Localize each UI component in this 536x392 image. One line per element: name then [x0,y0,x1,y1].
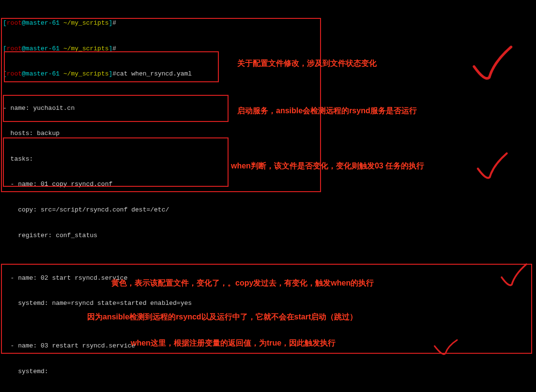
yaml-line: - name: 02 start rsyncd.service [3,274,533,283]
prompt-line: [root@master-61 ~/my_scripts]# [3,19,533,28]
yaml-line: tasks: [3,155,533,164]
yaml-line: - name: yuchaoit.cn [3,104,533,113]
prompt-line: [root@master-61 ~/my_scripts]#cat when_r… [3,70,533,78]
terminal-output: [root@master-61 ~/my_scripts]# [root@mas… [3,2,533,392]
yaml-line: register: conf_status [3,231,533,240]
yaml-line: systemd: [3,367,533,376]
yaml-line: systemd: name=rsyncd state=started enabl… [3,299,533,308]
prompt-line: [root@master-61 ~/my_scripts]# [3,45,533,53]
yaml-line: hosts: backup [3,129,533,138]
yaml-line: - name: 03 restart rsyncd.service [3,342,533,350]
yaml-line: copy: src=/script/rsyncd.conf dest=/etc/ [3,206,533,214]
yaml-line: - name: 01 copy rsyncd.conf [3,180,533,189]
